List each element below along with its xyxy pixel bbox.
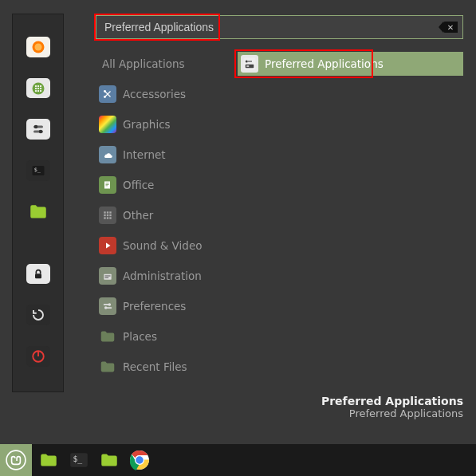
keypad-icon	[31, 81, 45, 96]
svg-rect-38	[105, 277, 109, 278]
taskbar-files-2[interactable]	[96, 447, 123, 473]
category-label: Preferences	[123, 300, 186, 313]
terminal-icon: $_	[69, 450, 89, 470]
search-input[interactable]	[101, 21, 443, 33]
clear-icon: ✕	[447, 23, 454, 32]
svg-rect-27	[104, 211, 105, 213]
svg-rect-23	[104, 182, 110, 189]
category-label: Office	[123, 179, 154, 191]
svg-point-22	[104, 96, 106, 98]
category-label: All Applications	[102, 57, 185, 70]
firefox-icon	[31, 40, 45, 54]
category-label: Accessories	[123, 88, 186, 100]
category-administration[interactable]: Administration	[96, 261, 231, 291]
svg-point-40	[108, 303, 112, 306]
svg-point-7	[37, 87, 38, 89]
favorite-app-files[interactable]	[26, 202, 50, 222]
category-label: Recent Files	[123, 360, 187, 373]
favorite-app-firefox[interactable]	[26, 37, 50, 57]
menu-button[interactable]	[0, 444, 32, 476]
svg-rect-24	[106, 183, 109, 184]
logout-button[interactable]	[26, 305, 50, 325]
category-recent-files[interactable]: Recent Files	[96, 352, 231, 382]
favorites-sidebar: $_	[12, 14, 64, 392]
search-box[interactable]: ✕	[96, 15, 463, 39]
svg-point-1	[34, 43, 41, 50]
svg-point-15	[38, 130, 42, 134]
category-sound-video[interactable]: Sound & Video	[96, 230, 231, 261]
svg-point-4	[37, 85, 38, 86]
svg-rect-33	[104, 217, 105, 218]
result-preferred-applications[interactable]: Preferred Applications	[238, 52, 463, 76]
svg-point-9	[34, 89, 36, 91]
mint-logo-icon	[6, 450, 26, 470]
svg-point-42	[104, 306, 108, 309]
folder-icon	[99, 328, 116, 345]
svg-rect-25	[106, 184, 109, 185]
svg-rect-36	[104, 274, 111, 280]
svg-rect-28	[107, 211, 108, 213]
result-label: Preferred Applications	[265, 57, 384, 70]
svg-rect-37	[105, 275, 111, 276]
category-label: Internet	[123, 148, 166, 161]
toggles-icon	[31, 122, 45, 136]
category-label: Administration	[123, 269, 202, 282]
chrome-icon	[129, 450, 150, 470]
taskbar-chrome[interactable]	[126, 447, 153, 473]
power-icon	[31, 349, 45, 364]
svg-point-6	[34, 87, 36, 89]
graphics-icon	[99, 116, 116, 133]
svg-rect-29	[109, 211, 111, 213]
play-icon	[99, 237, 116, 254]
svg-point-10	[37, 89, 38, 91]
category-all[interactable]: All Applications	[96, 49, 231, 79]
category-label: Places	[123, 330, 157, 343]
svg-rect-30	[104, 214, 105, 216]
scissors-icon	[99, 85, 116, 103]
app-desc-text: Preferred Applications	[321, 407, 463, 419]
taskbar-terminal[interactable]: $_	[65, 447, 92, 473]
lock-button[interactable]	[26, 264, 50, 285]
favorite-app-settings[interactable]	[26, 119, 50, 140]
folder-icon	[38, 450, 59, 470]
svg-rect-45	[246, 65, 249, 67]
power-button[interactable]	[26, 346, 50, 367]
svg-rect-26	[106, 186, 108, 187]
preferences-icon	[99, 297, 116, 315]
svg-rect-35	[109, 217, 111, 218]
taskbar-files[interactable]	[35, 447, 62, 473]
favorite-app-keypad[interactable]	[26, 78, 50, 99]
cloud-icon	[99, 146, 116, 163]
svg-rect-32	[109, 214, 111, 216]
admin-icon	[99, 267, 116, 285]
svg-point-13	[33, 125, 37, 129]
taskbar: $_	[0, 444, 476, 476]
preferred-apps-icon	[241, 55, 258, 73]
app-description: Preferred Applications Preferred Applica…	[321, 395, 463, 419]
svg-point-8	[39, 87, 41, 89]
svg-text:$_: $_	[73, 454, 82, 464]
app-name: Preferred Applications	[321, 395, 463, 407]
category-label: Graphics	[123, 118, 171, 131]
category-graphics[interactable]: Graphics	[96, 109, 231, 140]
folder-icon	[99, 358, 116, 376]
category-label: Sound & Video	[123, 239, 202, 252]
svg-text:$_: $_	[33, 167, 41, 173]
categories-list: All Applications Accessories Graphics In…	[96, 49, 231, 382]
svg-rect-31	[107, 214, 108, 216]
category-internet[interactable]: Internet	[96, 140, 231, 170]
category-office[interactable]: Office	[96, 170, 231, 200]
category-accessories[interactable]: Accessories	[96, 79, 231, 109]
favorite-app-terminal[interactable]: $_	[26, 160, 50, 181]
clear-search-button[interactable]: ✕	[443, 22, 458, 33]
results-list: Preferred Applications	[238, 52, 463, 76]
category-other[interactable]: Other	[96, 200, 231, 230]
svg-rect-34	[107, 217, 108, 218]
folder-icon	[99, 450, 120, 470]
category-places[interactable]: Places	[96, 321, 231, 352]
grid-icon	[99, 207, 116, 224]
svg-rect-18	[35, 273, 41, 278]
folder-icon	[28, 202, 49, 222]
category-label: Other	[123, 209, 153, 222]
category-preferences[interactable]: Preferences	[96, 291, 231, 321]
